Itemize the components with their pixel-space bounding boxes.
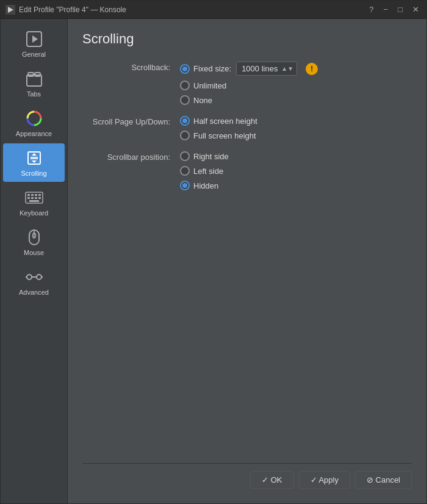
appearance-icon: [24, 109, 44, 128]
scrollbar-hidden-label: Hidden: [193, 181, 218, 190]
main-content: General Tabs: [1, 19, 426, 503]
button-bar: ✓ OK ✓ Apply ⊘ Cancel: [82, 463, 412, 491]
svg-marker-3: [32, 35, 38, 43]
sidebar-item-mouse[interactable]: Mouse: [3, 223, 65, 261]
scrollback-none-radio-outer: [180, 95, 190, 105]
scrollback-fixed-radio-outer: [180, 64, 190, 74]
titlebar-title: Edit Profile "Profile 4" — Konsole: [19, 5, 126, 14]
scrollbar-left-radio[interactable]: Left side: [180, 166, 223, 176]
scrollbar-position-label: Scrollbar position:: [82, 151, 180, 162]
sidebar-item-tabs-label: Tabs: [27, 90, 41, 98]
scrollback-unlimited-label: Unlimited: [193, 81, 226, 90]
scrollbar-position-options: Right side Left side: [180, 151, 229, 190]
scroll-full-radio-outer: [180, 131, 190, 140]
panel-title: Scrolling: [82, 31, 412, 47]
scroll-page-options: Half screen height Full screen height: [180, 116, 257, 140]
scrollback-options: Fixed size: 100 lines 500 lines 1000 lin…: [180, 62, 318, 105]
scroll-half-radio-outer: [180, 116, 190, 126]
scrollback-fixed-radio-inner: [182, 67, 187, 71]
titlebar: Edit Profile "Profile 4" — Konsole ? − □…: [1, 1, 426, 19]
scrollbar-hidden-radio-outer: [180, 181, 190, 190]
app-icon: [5, 5, 15, 15]
scrollback-unlimited-radio-outer: [180, 81, 190, 90]
scrollback-fixed-radio[interactable]: Fixed size:: [180, 64, 231, 74]
close-button[interactable]: ✕: [410, 4, 422, 15]
apply-button[interactable]: ✓ Apply: [299, 471, 350, 489]
scrollback-fixed-label: Fixed size:: [193, 64, 231, 73]
scrollback-unlimited-radio[interactable]: Unlimited: [180, 81, 226, 90]
sidebar: General Tabs: [1, 19, 68, 503]
scrollbar-hidden-radio-inner: [182, 183, 187, 188]
scrollbar-left-label: Left side: [193, 167, 223, 176]
maximize-button[interactable]: □: [395, 4, 405, 15]
scrollbar-right-radio-outer: [180, 151, 190, 161]
tabs-icon: [24, 69, 44, 88]
ok-button[interactable]: ✓ OK: [250, 471, 293, 489]
scroll-page-label: Scroll Page Up/Down:: [82, 116, 180, 126]
scrollback-none-label: None: [193, 96, 212, 105]
scrollbar-left-row: Left side: [180, 166, 229, 176]
svg-rect-22: [35, 197, 37, 199]
scrollback-none-row: None: [180, 95, 318, 105]
scrolling-icon: [24, 148, 44, 168]
cancel-button[interactable]: ⊘ Cancel: [355, 471, 412, 489]
scroll-half-radio[interactable]: Half screen height: [180, 116, 257, 126]
scrollbar-left-radio-outer: [180, 166, 190, 176]
scrollbar-hidden-row: Hidden: [180, 181, 229, 190]
svg-rect-21: [31, 197, 34, 199]
sidebar-item-general-label: General: [22, 51, 46, 58]
scrollbar-position-section: Scrollbar position: Right side Left side: [82, 151, 412, 190]
sidebar-item-appearance[interactable]: Appearance: [3, 104, 65, 142]
svg-point-28: [27, 275, 32, 279]
svg-rect-23: [38, 197, 41, 199]
scrollback-none-radio[interactable]: None: [180, 95, 212, 105]
sidebar-item-mouse-label: Mouse: [24, 249, 44, 256]
advanced-icon: [24, 267, 44, 287]
scroll-half-row: Half screen height: [180, 116, 257, 126]
svg-rect-20: [27, 197, 30, 199]
scroll-half-radio-inner: [182, 118, 187, 123]
scrollbar-hidden-radio[interactable]: Hidden: [180, 181, 218, 190]
scrollbar-right-label: Right side: [193, 152, 229, 161]
titlebar-controls: ? − □ ✕: [367, 4, 422, 15]
scroll-page-section: Scroll Page Up/Down: Half screen height: [82, 116, 412, 140]
general-icon: [24, 29, 44, 49]
sidebar-item-keyboard[interactable]: Keyboard: [3, 183, 65, 221]
scrollback-section: Scrollback: Fixed size: 100 lines: [82, 62, 412, 105]
mouse-icon: [24, 228, 44, 247]
sidebar-item-advanced[interactable]: Advanced: [3, 262, 65, 301]
svg-rect-24: [29, 200, 39, 202]
svg-marker-12: [32, 160, 37, 163]
window: Edit Profile "Profile 4" — Konsole ? − □…: [0, 0, 427, 504]
sidebar-item-keyboard-label: Keyboard: [20, 209, 48, 217]
sidebar-item-appearance-label: Appearance: [16, 130, 52, 137]
svg-marker-11: [32, 153, 37, 156]
right-panel: Scrolling Scrollback: Fixed size:: [68, 19, 426, 503]
sidebar-item-scrolling[interactable]: Scrolling: [3, 143, 65, 182]
scroll-full-radio[interactable]: Full screen height: [180, 131, 256, 140]
sidebar-item-scrolling-label: Scrolling: [21, 170, 46, 177]
scrollbar-right-radio[interactable]: Right side: [180, 151, 229, 161]
svg-rect-17: [31, 194, 34, 196]
scrollback-label: Scrollback:: [82, 62, 180, 72]
sidebar-item-tabs[interactable]: Tabs: [3, 64, 65, 103]
sidebar-item-advanced-label: Advanced: [19, 289, 49, 296]
help-button[interactable]: ?: [367, 4, 376, 15]
scroll-half-label: Half screen height: [193, 117, 257, 126]
lines-dropdown[interactable]: 100 lines 500 lines 1000 lines 2000 line…: [236, 62, 297, 76]
titlebar-left: Edit Profile "Profile 4" — Konsole: [5, 5, 126, 15]
sidebar-item-general[interactable]: General: [3, 24, 65, 63]
svg-rect-19: [38, 194, 41, 196]
svg-point-29: [37, 275, 41, 279]
warning-icon: !: [306, 63, 318, 75]
minimize-button[interactable]: −: [381, 4, 391, 15]
svg-rect-18: [35, 194, 37, 196]
keyboard-icon: [24, 188, 44, 207]
scroll-full-label: Full screen height: [193, 131, 256, 140]
scrollbar-right-row: Right side: [180, 151, 229, 161]
scroll-full-row: Full screen height: [180, 131, 257, 140]
dropdown-wrap: 100 lines 500 lines 1000 lines 2000 line…: [236, 62, 297, 76]
svg-rect-16: [27, 194, 30, 196]
scrollback-unlimited-row: Unlimited: [180, 81, 318, 90]
scrollback-fixed-row: Fixed size: 100 lines 500 lines 1000 lin…: [180, 62, 318, 76]
